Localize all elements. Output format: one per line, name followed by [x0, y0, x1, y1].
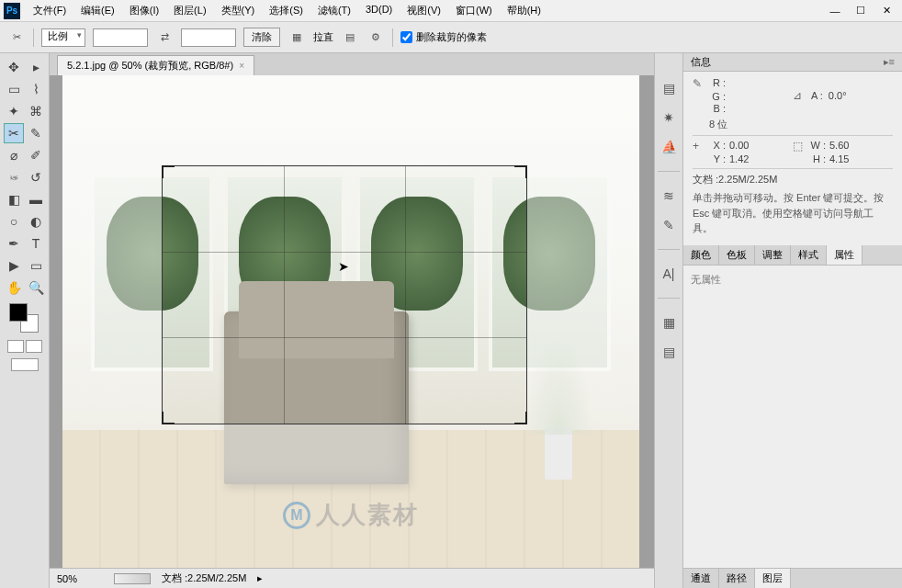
watermark: M 人人素材 [283, 499, 419, 531]
crop-handle-bl[interactable] [162, 412, 175, 424]
tab-swatches[interactable]: 色板 [719, 245, 755, 265]
delete-cropped-checkbox[interactable]: 删除裁剪的像素 [400, 30, 487, 44]
watermark-logo: M [283, 502, 310, 529]
foreground-color[interactable] [9, 303, 28, 322]
crop-dim-area [62, 75, 639, 165]
dodge-tool[interactable]: ◐ [26, 211, 46, 232]
menu-type[interactable]: 类型(Y) [216, 2, 261, 19]
shape-tool[interactable]: ▭ [26, 255, 46, 276]
gradient-tool[interactable]: ▬ [26, 189, 46, 209]
marquee-tool[interactable]: ▭ [4, 79, 24, 99]
tab-paths[interactable]: 路径 [719, 569, 755, 588]
panel-menu-icon[interactable]: ▸≡ [884, 56, 895, 68]
lasso-tool[interactable]: ⌇ [26, 79, 46, 99]
crop-height-input[interactable] [181, 28, 236, 47]
document-area: 5.2.1.jpg @ 50% (裁剪预览, RGB/8#) × [50, 53, 654, 588]
canvas[interactable]: ➤ M 人人素材 [62, 75, 639, 568]
crop-width-input[interactable] [93, 28, 148, 47]
document-tabs: 5.2.1.jpg @ 50% (裁剪预览, RGB/8#) × [50, 53, 654, 75]
path-select-tool[interactable]: ▶ [4, 255, 24, 276]
mid-panel-tabs: 颜色 色板 调整 样式 属性 [683, 245, 902, 266]
histogram-icon[interactable]: ▤ [660, 79, 678, 97]
crop-handle-tl[interactable] [162, 165, 175, 178]
crop-tool-icon[interactable]: ✂ [7, 28, 26, 47]
type-tool[interactable]: T [26, 233, 46, 254]
menu-select[interactable]: 选择(S) [264, 2, 309, 19]
crop-handle-br[interactable] [514, 412, 527, 424]
history-brush-tool[interactable]: ↺ [26, 167, 46, 187]
tab-layers[interactable]: 图层 [755, 569, 791, 588]
status-menu-icon[interactable]: ▸ [257, 572, 263, 584]
close-button[interactable]: ✕ [874, 3, 898, 19]
minimize-button[interactable]: — [823, 3, 847, 19]
menu-file[interactable]: 文件(F) [28, 2, 72, 19]
document-tab[interactable]: 5.2.1.jpg @ 50% (裁剪预览, RGB/8#) × [57, 55, 254, 75]
brush-presets-icon[interactable]: ✎ [660, 216, 678, 234]
status-preview[interactable] [114, 573, 151, 584]
straighten-label: 拉直 [313, 30, 333, 44]
swap-dimensions-icon[interactable]: ⇄ [155, 28, 174, 47]
crop-box[interactable] [162, 165, 527, 424]
tab-channels[interactable]: 通道 [683, 569, 719, 588]
navigator-icon[interactable]: ✷ [660, 108, 678, 127]
tab-color[interactable]: 颜色 [683, 245, 719, 265]
quick-mask-button[interactable] [26, 340, 42, 353]
tab-styles[interactable]: 样式 [791, 245, 827, 265]
menu-window[interactable]: 窗口(W) [450, 2, 498, 19]
tab-close-icon[interactable]: × [239, 61, 244, 71]
crop-options-gear-icon[interactable]: ⚙ [366, 28, 385, 47]
info-panel-header[interactable]: 信息 ▸≡ [683, 53, 902, 72]
straighten-icon[interactable]: ▦ [288, 28, 306, 47]
menu-edit[interactable]: 编辑(E) [75, 2, 120, 19]
delete-cropped-label: 删除裁剪的像素 [416, 30, 487, 44]
menu-image[interactable]: 图像(I) [124, 2, 164, 19]
menu-help[interactable]: 帮助(H) [502, 2, 547, 19]
menu-layer[interactable]: 图层(L) [168, 2, 211, 19]
eyedropper-rgb-icon: ✎ [693, 77, 705, 90]
bottom-panel-tabs: 通道 路径 图层 [683, 568, 902, 588]
maximize-button[interactable]: ☐ [849, 3, 873, 19]
crop-tool[interactable]: ✂ [4, 123, 24, 143]
crop-handle-tr[interactable] [514, 165, 527, 178]
tab-properties[interactable]: 属性 [827, 245, 863, 265]
clear-button[interactable]: 清除 [243, 28, 280, 47]
menu-filter[interactable]: 滤镜(T) [312, 2, 356, 19]
history-icon[interactable]: ⛵ [660, 138, 678, 156]
blur-tool[interactable]: ○ [4, 211, 24, 232]
info-panel-title: 信息 [691, 55, 711, 69]
tab-adjustments[interactable]: 调整 [755, 245, 791, 265]
status-bar: 50% 文档 :2.25M/2.25M ▸ [50, 568, 654, 588]
color-swatches[interactable] [9, 303, 39, 333]
brushes-icon[interactable]: ≋ [660, 187, 678, 205]
quick-select-tool[interactable]: ⌘ [26, 101, 46, 121]
character-icon[interactable]: A| [660, 265, 678, 283]
artboard-tool[interactable]: ▸ [26, 57, 46, 77]
zoom-tool[interactable]: 🔍 [26, 277, 46, 298]
paragraph-icon[interactable]: ▦ [660, 313, 678, 332]
options-bar: ✂ 比例 ⇄ 清除 ▦ 拉直 ▤ ⚙ 删除裁剪的像素 [0, 22, 902, 53]
clone-stamp-tool[interactable]: ⎃ [4, 167, 24, 187]
zoom-level[interactable]: 50% [57, 573, 103, 584]
pen-tool[interactable]: ✒ [4, 233, 24, 254]
eyedropper-tool[interactable]: ✎ [26, 123, 46, 143]
delete-cropped-input[interactable] [400, 31, 412, 43]
eraser-tool[interactable]: ◧ [4, 189, 24, 209]
hand-tool[interactable]: ✋ [4, 277, 24, 298]
document-tab-title: 5.2.1.jpg @ 50% (裁剪预览, RGB/8#) [67, 59, 233, 73]
overlay-grid-icon[interactable]: ▤ [341, 28, 359, 47]
info-panel: ✎R : G : B : ⊿ A : 0.0° 8 位 +X :0.00 Y :… [683, 72, 902, 245]
standard-mode-button[interactable] [7, 340, 24, 353]
screen-mode-button[interactable] [11, 358, 39, 371]
menu-view[interactable]: 视图(V) [401, 2, 446, 19]
ratio-preset-select[interactable]: 比例 [41, 28, 85, 47]
layers-icon[interactable]: ▤ [660, 343, 678, 361]
move-tool[interactable]: ✥ [4, 57, 24, 77]
info-help-text: 单击并拖动可移动。按 Enter 键可提交。按 Esc 键可取消。使用空格键可访… [693, 187, 893, 240]
title-bar: Ps 文件(F) 编辑(E) 图像(I) 图层(L) 类型(Y) 选择(S) 滤… [0, 0, 902, 22]
properties-empty: 无属性 [691, 274, 721, 285]
healing-brush-tool[interactable]: ⌀ [4, 145, 24, 165]
magic-wand-tool[interactable]: ✦ [4, 101, 24, 121]
menu-3d[interactable]: 3D(D) [360, 2, 398, 19]
panel-dock-strip: ▤ ✷ ⛵ ≋ ✎ A| ▦ ▤ [654, 53, 683, 588]
brush-tool[interactable]: ✐ [26, 145, 46, 165]
